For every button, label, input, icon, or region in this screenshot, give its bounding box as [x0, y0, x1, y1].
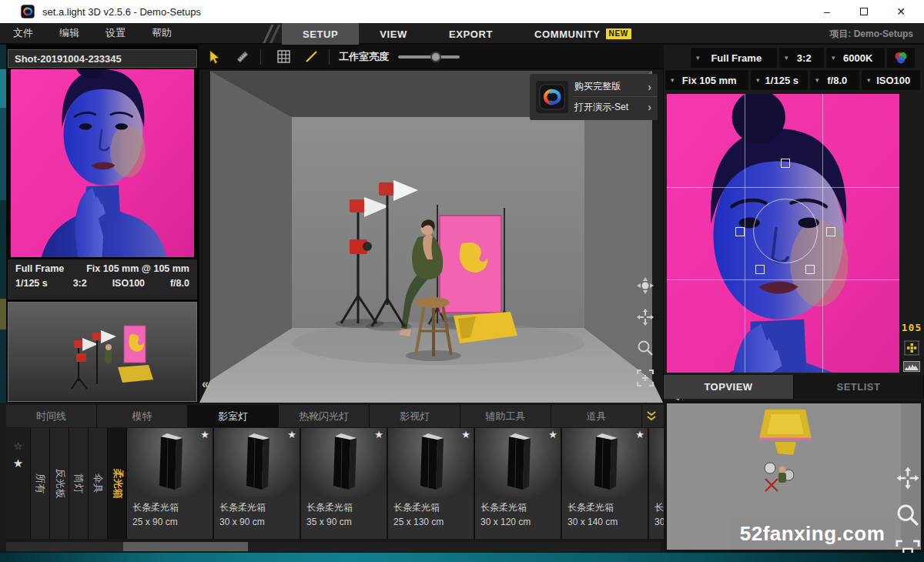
- favorite-star-icon[interactable]: ★: [200, 429, 209, 440]
- product-thumbnail: ★: [214, 428, 300, 497]
- favorite-star-icon[interactable]: ★: [461, 429, 470, 440]
- tab-topview[interactable]: TOPVIEW: [664, 375, 794, 399]
- camera-panel: ▾ Full Frame ▾ 3:2 ▾ 6000K ▾: [664, 45, 924, 553]
- shutter-dropdown[interactable]: ▾ 1/125 s: [751, 70, 808, 90]
- title-bar: set.a.light 3D v2.5.6 - Demo-Setups – ✕: [0, 0, 924, 23]
- menu-edit[interactable]: 编辑: [46, 22, 92, 44]
- product-thumbnail: ★: [301, 428, 387, 497]
- focus-point: [805, 265, 815, 274]
- shot-name-input[interactable]: Shot-20191004-233345: [8, 49, 197, 68]
- white-balance-dropdown[interactable]: ▾ 6000K: [826, 48, 885, 68]
- watermark: 52fanxing.com: [730, 517, 895, 550]
- select-cursor-tool[interactable]: [203, 48, 226, 66]
- product-card[interactable]: ★ 长条柔光箱35 x 90 cm: [301, 428, 387, 539]
- aspect-ratio-dropdown[interactable]: ▾ 3:2: [779, 48, 824, 68]
- tab-setlist[interactable]: SETLIST: [794, 375, 924, 399]
- product-card[interactable]: ★ 长条柔光箱30 x 140 cm: [562, 428, 648, 539]
- camera-live-preview[interactable]: [667, 94, 899, 373]
- menu-file[interactable]: 文件: [0, 22, 46, 44]
- sensor-format-dropdown[interactable]: ▾ Full Frame: [691, 48, 777, 68]
- tab-community[interactable]: COMMUNITY NEW: [514, 23, 652, 45]
- app-logo-icon: [21, 5, 35, 18]
- pan-icon[interactable]: [635, 307, 655, 327]
- category-umbrella[interactable]: 伞具: [89, 428, 108, 539]
- draw-line-tool[interactable]: [300, 48, 323, 66]
- product-card[interactable]: ★ 长条柔光箱30 x 120 cm: [475, 428, 561, 539]
- tab-timeline[interactable]: 时间线: [6, 405, 97, 427]
- pan-icon[interactable]: [895, 465, 921, 491]
- modifier-categories: 所有 反光板 筒灯 伞具 柔光箱: [31, 428, 127, 539]
- maximize-button[interactable]: [845, 0, 882, 23]
- grid-toggle[interactable]: [272, 48, 295, 66]
- category-tube-light[interactable]: 筒灯: [69, 428, 89, 539]
- aperture-dropdown[interactable]: ▾ f/8.0: [810, 70, 859, 90]
- tab-setup[interactable]: SETUP: [282, 23, 359, 45]
- lens-dropdown[interactable]: ▾ Fix 105 mm: [665, 70, 748, 90]
- star-filled-icon[interactable]: ★: [13, 457, 23, 470]
- favorite-star-icon[interactable]: ★: [374, 429, 383, 440]
- iso-dropdown[interactable]: ▾ ISO100: [862, 70, 920, 90]
- tab-model[interactable]: 模特: [97, 405, 188, 427]
- product-card[interactable]: ★ 长条柔光箱25 x 130 cm: [388, 428, 474, 539]
- favorite-star-icon[interactable]: ★: [548, 429, 557, 440]
- tab-speedlight[interactable]: 热靴闪光灯: [279, 405, 370, 427]
- scene-thumbnail[interactable]: [8, 302, 197, 402]
- product-size: 30: [654, 515, 664, 530]
- lens-value: Fix 105 mm @ 105 mm: [86, 263, 189, 274]
- minimize-button[interactable]: –: [808, 0, 845, 23]
- studio-brightness-slider[interactable]: [398, 55, 460, 59]
- viewport-nav-controls: [631, 276, 659, 387]
- focus-points-button[interactable]: [899, 340, 924, 356]
- shot-camera-info: Full Frame Fix 105 mm @ 105 mm 1/125 s 3…: [8, 259, 197, 299]
- histogram-button[interactable]: [899, 361, 924, 372]
- menu-settings[interactable]: 设置: [92, 22, 139, 44]
- focus-point: [755, 265, 765, 274]
- product-name: 长条柔光箱: [393, 500, 468, 515]
- collapse-panel-button[interactable]: [642, 405, 664, 427]
- buy-full-version-button[interactable]: 购买完整版 ›: [573, 77, 658, 97]
- model-portrait-render: [11, 69, 194, 257]
- diagonal-line-icon: [305, 50, 318, 63]
- product-size: 30 x 90 cm: [219, 515, 294, 530]
- favorite-star-icon[interactable]: ★: [287, 429, 296, 440]
- tab-helper-tools[interactable]: 辅助工具: [460, 405, 551, 427]
- product-list: ★ 长条柔光箱25 x 90 cm ★ 长条柔光箱30 x 90 cm ★ 长条…: [127, 428, 664, 539]
- product-card[interactable]: ★ 长条柔光箱25 x 90 cm: [127, 428, 213, 539]
- rule-of-thirds-line: [745, 94, 745, 373]
- magnifier-icon[interactable]: [895, 502, 921, 528]
- tab-video-light[interactable]: 影视灯: [370, 405, 460, 427]
- product-card[interactable]: ★ 长条柔光箱30 x 90 cm: [214, 428, 300, 539]
- shot-preview-image[interactable]: [11, 69, 194, 257]
- tab-props[interactable]: 道具: [551, 405, 642, 427]
- ruler-icon: [236, 50, 249, 64]
- collapse-panel-button[interactable]: «: [202, 377, 209, 391]
- product-card[interactable]: ★ 长条柔光箱30: [649, 428, 664, 539]
- open-demo-set-button[interactable]: 打开演示-Set ›: [573, 97, 658, 117]
- category-softbox[interactable]: 柔光箱: [108, 428, 127, 539]
- tab-view[interactable]: VIEW: [359, 23, 428, 45]
- grid-icon: [277, 50, 290, 63]
- tab-export[interactable]: EXPORT: [428, 23, 514, 45]
- rule-of-thirds-line: [822, 94, 823, 373]
- orbit-icon[interactable]: [635, 276, 655, 296]
- magnifier-icon[interactable]: [636, 339, 654, 357]
- frame-focus-icon[interactable]: [636, 369, 654, 387]
- category-reflector[interactable]: 反光板: [50, 428, 69, 539]
- focus-point: [826, 227, 835, 236]
- focus-point: [781, 159, 790, 168]
- strip-fragment: [0, 69, 6, 108]
- close-button[interactable]: ✕: [882, 0, 919, 23]
- slider-knob[interactable]: [430, 52, 441, 62]
- category-all[interactable]: 所有: [31, 428, 50, 539]
- measure-tool[interactable]: [231, 48, 254, 66]
- color-picker-button[interactable]: [887, 48, 915, 68]
- equipment-panel: 时间线 模特 影室灯 热靴闪光灯 影视灯 辅助工具 道具 ☆ ★ 所有 反光板 …: [0, 403, 664, 553]
- star-outline-icon[interactable]: ☆: [14, 440, 23, 452]
- product-name: 长条柔光箱: [219, 500, 294, 515]
- strip-fragment: [0, 108, 6, 200]
- menu-help[interactable]: 帮助: [139, 22, 185, 44]
- scrollbar-thumb[interactable]: [123, 542, 248, 551]
- favorite-star-icon[interactable]: ★: [635, 429, 644, 440]
- tab-studio-light[interactable]: 影室灯: [188, 405, 279, 427]
- horizontal-scrollbar[interactable]: [6, 542, 661, 551]
